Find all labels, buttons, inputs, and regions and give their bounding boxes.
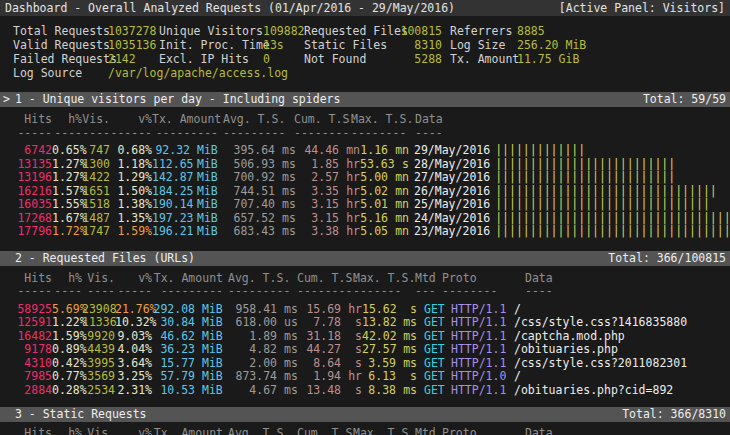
- cell-tx-unit: MiB: [190, 198, 225, 212]
- cell-tx-amount: 57.79: [152, 370, 195, 384]
- cell-cum-unit: hr: [346, 198, 360, 212]
- cell-visitors: 4439: [82, 343, 115, 357]
- column-header: v%: [115, 427, 152, 435]
- cell-max-unit: ms: [403, 384, 417, 398]
- cell-url: /: [514, 303, 521, 317]
- table-row[interactable]: 589255.69%2390821.76%292.08MiB958.41ms15…: [0, 303, 730, 317]
- cell-tx-amount: 92.32: [152, 144, 190, 158]
- cell-visitors: 1651: [82, 185, 110, 199]
- table-row[interactable]: 28840.28%25342.31%10.53MiB4.67ms13.48s8.…: [0, 384, 730, 398]
- panel-title: 3 - Static Requests: [15, 407, 622, 422]
- table-row[interactable]: 67420.65%7470.68%92.32MiB395.64ms44.46mn…: [0, 144, 730, 158]
- panel-2-header[interactable]: 2 - Requested Files (URLs)Total: 366/100…: [0, 251, 730, 266]
- summary-value: 2142: [108, 52, 159, 66]
- table-row[interactable]: 131351.27%13001.18%112.65MiB506.93ms1.85…: [0, 158, 730, 172]
- cell-max-unit: mn: [395, 144, 409, 158]
- title-bar: Dashboard - Overall Analyzed Requests (0…: [0, 0, 730, 16]
- summary-label: Requested Files: [304, 24, 398, 38]
- cell-hits-pct: 1.57%: [52, 185, 82, 199]
- cell-cum-unit: s: [348, 330, 362, 344]
- column-header: Avg. T.S.: [218, 113, 294, 127]
- cell-tx-unit: MiB: [195, 316, 230, 330]
- header-separator: ---------: [218, 127, 294, 141]
- cell-cum-unit: hr: [346, 158, 360, 172]
- table-row[interactable]: 79850.77%35693.25%57.79MiB873.74ms1.94hr…: [0, 370, 730, 384]
- table-row[interactable]: 164821.59%99209.03%46.62MiB1.89ms31.18s4…: [0, 330, 730, 344]
- panel-1-header[interactable]: >1 - Unique visitors per day - Including…: [0, 92, 730, 107]
- cell-hits-pct: 0.77%: [52, 370, 82, 384]
- column-header: Mtd: [415, 272, 442, 286]
- summary-row: Total Requests1037278Unique Visitors1098…: [0, 24, 730, 38]
- column-header: Tx. Amount: [152, 427, 223, 435]
- cell-cum-unit: s: [348, 316, 362, 330]
- table-row[interactable]: 125911.22%1133610.32%30.84MiB618.00us7.7…: [0, 316, 730, 330]
- panels-container: >1 - Unique visitors per day - Including…: [0, 92, 730, 435]
- cell-cum-ts: 3.15: [303, 198, 339, 212]
- active-panel-marker: [3, 251, 15, 266]
- cell-tx-unit: MiB: [195, 370, 230, 384]
- table-row[interactable]: 177961.72%17471.59%196.21MiB683.43ms3.38…: [0, 225, 730, 239]
- cell-max-ts: 13.82: [362, 316, 396, 330]
- column-header: Data: [405, 113, 443, 127]
- header-separator: --------: [297, 285, 353, 299]
- cell-max-ts: 15.62: [362, 303, 396, 317]
- cell-hits: 16035: [0, 198, 52, 212]
- cell-bar: ||||||||||||||||||||||||||: [495, 171, 675, 185]
- cell-tx-amount: 15.77: [152, 357, 195, 371]
- cell-avg-unit: ms: [275, 158, 303, 172]
- column-header: Proto: [442, 427, 498, 435]
- cell-max-ts: 42.02: [362, 330, 396, 344]
- cell-tx-unit: MiB: [195, 384, 230, 398]
- cell-max-ts: 6.13: [362, 370, 396, 384]
- cell-bar: |||||||||||||||||||||||||||||||||||: [495, 225, 730, 239]
- panel-3-header[interactable]: 3 - Static RequestsTotal: 366/8310: [0, 407, 730, 422]
- cell-bar: ||||||||||||||||||||||||||||||||||: [495, 212, 730, 226]
- table-row[interactable]: 91780.89%44394.04%36.23MiB4.82ms44.27s27…: [0, 343, 730, 357]
- cell-cum-unit: hr: [346, 212, 360, 226]
- header-separator: ---: [415, 285, 442, 299]
- cell-date: 28/May/2016: [414, 158, 490, 172]
- column-header: Hits: [0, 113, 52, 127]
- cell-tx-unit: MiB: [190, 158, 225, 172]
- cell-tx-unit: MiB: [195, 357, 230, 371]
- header-separator: ----: [82, 285, 115, 299]
- header-separator: ----: [52, 285, 82, 299]
- table-row[interactable]: 131961.27%14221.29%142.87MiB700.92ms2.57…: [0, 171, 730, 185]
- cell-cum-ts: 13.48: [306, 384, 341, 398]
- cell-cum-ts: 15.69: [306, 303, 341, 317]
- header-separator: --------: [442, 285, 498, 299]
- cell-cum-ts: 31.18: [306, 330, 341, 344]
- summary-label: Excl. IP Hits: [159, 52, 263, 66]
- cell-vis-pct: 0.68%: [110, 144, 152, 158]
- cell-cum-unit: mn: [346, 144, 360, 158]
- cell-visitors: 1518: [82, 198, 110, 212]
- panel-total-count: Total: 366/100815: [608, 251, 726, 266]
- cell-tx-amount: 142.87: [152, 171, 190, 185]
- table-row[interactable]: 172681.67%14871.35%197.23MiB657.52ms3.15…: [0, 212, 730, 226]
- cell-avg-unit: ms: [275, 144, 303, 158]
- table-row[interactable]: 160351.55%15181.38%190.14MiB707.40ms3.15…: [0, 198, 730, 212]
- table-row[interactable]: 162161.57%16511.50%184.25MiB744.51ms3.35…: [0, 185, 730, 199]
- cell-tx-amount: 46.62: [152, 330, 195, 344]
- summary-row: Log Source/var/log/apache/access.log: [0, 66, 730, 80]
- header-separator: ----: [405, 127, 443, 141]
- cell-max-unit: s: [395, 158, 409, 172]
- cell-max-unit: mn: [395, 225, 409, 239]
- cell-avg-ts: 1.89: [230, 330, 277, 344]
- cell-cum-ts: 1.94: [306, 370, 341, 384]
- cell-hits-pct: 1.72%: [52, 225, 82, 239]
- cell-method: GET: [424, 357, 451, 371]
- cell-avg-unit: ms: [277, 384, 306, 398]
- cell-avg-ts: 744.51: [225, 185, 275, 199]
- cell-date: 27/May/2016: [414, 171, 490, 185]
- cell-method: GET: [424, 370, 451, 384]
- table-row[interactable]: 43100.42%39953.64%15.77MiB2.00ms8.64s3.5…: [0, 357, 730, 371]
- column-header: Avg. T.S.: [223, 272, 297, 286]
- cell-protocol: HTTP/1.0: [451, 370, 507, 384]
- cell-hits-pct: 0.65%: [52, 144, 82, 158]
- cell-max-unit: ms: [403, 343, 417, 357]
- header-separator: -----: [0, 127, 52, 141]
- cell-cum-ts: 1.85: [303, 158, 339, 172]
- title-bar-text: Dashboard - Overall Analyzed Requests (0…: [5, 0, 455, 16]
- header-separator-row: ----------------------------------------…: [0, 127, 730, 141]
